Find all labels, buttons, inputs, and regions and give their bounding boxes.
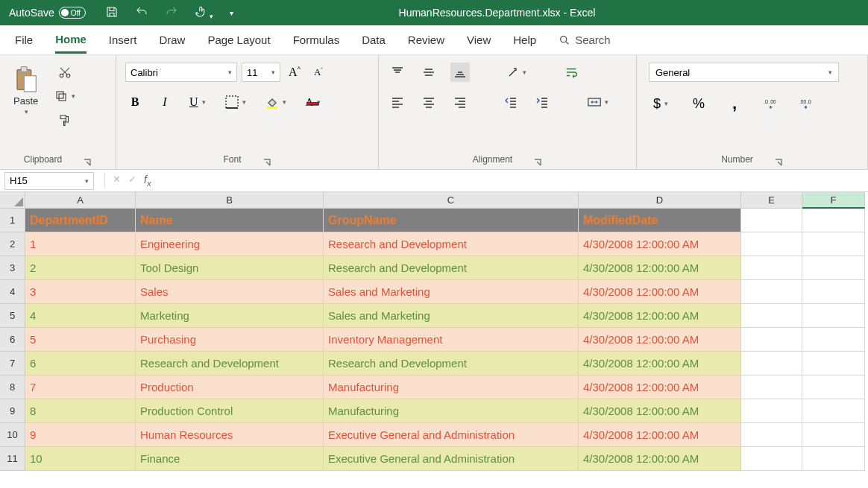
cell[interactable]: Sales and Marketing — [324, 304, 579, 328]
cell[interactable]: ModifiedDate — [579, 209, 741, 232]
number-format-combo[interactable]: General▾ — [649, 63, 839, 82]
cell[interactable] — [741, 328, 802, 352]
row-header[interactable]: 11 — [0, 447, 25, 471]
cell[interactable] — [741, 256, 802, 280]
clipboard-launcher[interactable] — [83, 155, 92, 164]
touch-mode-icon[interactable]: ▾ — [195, 5, 213, 21]
column-header[interactable]: E — [741, 192, 802, 209]
alignment-launcher[interactable] — [533, 155, 542, 164]
cell[interactable]: 4/30/2008 12:00:00 AM — [579, 399, 741, 423]
cell[interactable]: Finance — [136, 447, 324, 471]
cell[interactable]: Executive General and Administration — [324, 447, 579, 471]
italic-button[interactable]: I — [155, 92, 174, 112]
cell[interactable] — [741, 232, 802, 256]
cell[interactable]: Engineering — [136, 232, 324, 256]
autosave-toggle[interactable]: Off — [59, 7, 86, 19]
save-icon[interactable] — [105, 5, 119, 21]
cut-button[interactable] — [55, 63, 75, 82]
align-bottom-button[interactable] — [450, 63, 470, 82]
cell[interactable]: Production Control — [136, 399, 324, 423]
cell[interactable]: 4/30/2008 12:00:00 AM — [579, 232, 741, 256]
autosave-control[interactable]: AutoSave Off — [0, 7, 95, 19]
column-header[interactable]: D — [579, 192, 741, 209]
row-header[interactable]: 4 — [0, 280, 25, 304]
font-name-combo[interactable]: Calibri▾ — [125, 63, 237, 82]
accounting-format-button[interactable]: $▾ — [649, 94, 673, 113]
cancel-formula-icon[interactable]: ✕ — [113, 174, 121, 188]
cell[interactable]: Marketing — [136, 304, 324, 328]
cell[interactable]: 7 — [25, 375, 136, 399]
tab-home[interactable]: Home — [55, 27, 87, 54]
cell[interactable]: 10 — [25, 447, 136, 471]
cell[interactable]: Research and Development — [136, 352, 324, 375]
cell[interactable] — [802, 328, 865, 352]
cell[interactable]: 4/30/2008 12:00:00 AM — [579, 328, 741, 352]
cell[interactable] — [741, 423, 802, 447]
align-middle-button[interactable] — [419, 63, 438, 82]
tab-help[interactable]: Help — [513, 28, 536, 52]
cell[interactable]: Research and Development — [324, 352, 579, 375]
row-header[interactable]: 5 — [0, 304, 25, 328]
decrease-indent-button[interactable] — [501, 92, 521, 112]
column-header[interactable]: A — [25, 192, 136, 209]
cell[interactable] — [802, 232, 865, 256]
tab-data[interactable]: Data — [362, 28, 386, 52]
tab-review[interactable]: Review — [408, 28, 444, 52]
row-header[interactable]: 7 — [0, 352, 25, 375]
cell[interactable]: 6 — [25, 352, 136, 375]
cell[interactable]: 4/30/2008 12:00:00 AM — [579, 280, 741, 304]
row-header[interactable]: 10 — [0, 423, 25, 447]
fx-icon[interactable]: fx — [144, 174, 151, 188]
number-launcher[interactable] — [774, 155, 783, 164]
cell[interactable]: Purchasing — [136, 328, 324, 352]
align-top-button[interactable] — [388, 63, 407, 82]
cell[interactable]: 4/30/2008 12:00:00 AM — [579, 375, 741, 399]
cell[interactable] — [741, 399, 802, 423]
tab-insert[interactable]: Insert — [109, 28, 137, 52]
cell[interactable]: Inventory Management — [324, 328, 579, 352]
comma-format-button[interactable]: , — [725, 92, 744, 115]
cell[interactable] — [741, 375, 802, 399]
decrease-font-button[interactable]: Aˇ — [309, 63, 328, 82]
orientation-button[interactable]: ▾ — [501, 63, 531, 82]
undo-icon[interactable] — [135, 5, 148, 21]
redo-icon[interactable] — [165, 5, 178, 21]
cell[interactable]: Sales and Marketing — [324, 280, 579, 304]
cell[interactable] — [802, 352, 865, 375]
cell[interactable]: Executive General and Administration — [324, 423, 579, 447]
cell[interactable] — [802, 447, 865, 471]
cell[interactable] — [802, 375, 865, 399]
align-right-button[interactable] — [450, 92, 470, 112]
row-header[interactable]: 2 — [0, 232, 25, 256]
align-left-button[interactable] — [388, 92, 407, 112]
column-header[interactable]: B — [136, 192, 324, 209]
select-all-corner[interactable] — [0, 192, 25, 209]
cell[interactable]: 2 — [25, 256, 136, 280]
formula-input[interactable] — [162, 172, 868, 190]
cell[interactable]: 4/30/2008 12:00:00 AM — [579, 447, 741, 471]
cell[interactable]: 4/30/2008 12:00:00 AM — [579, 423, 741, 447]
tab-formulas[interactable]: Formulas — [293, 28, 340, 52]
increase-indent-button[interactable] — [532, 92, 552, 112]
row-header[interactable]: 1 — [0, 209, 25, 232]
tell-me-search[interactable]: Search — [559, 34, 611, 46]
decrease-decimal-button[interactable]: .00.0 — [796, 94, 816, 113]
tab-draw[interactable]: Draw — [159, 28, 185, 52]
cell[interactable] — [741, 280, 802, 304]
cell[interactable]: 8 — [25, 399, 136, 423]
cell[interactable]: 9 — [25, 423, 136, 447]
cell[interactable] — [802, 399, 865, 423]
worksheet-grid[interactable]: 1234567891011 ADepartmentID12345678910BN… — [0, 192, 868, 471]
cell[interactable]: Research and Development — [324, 256, 579, 280]
cell[interactable]: Manufacturing — [324, 399, 579, 423]
cell[interactable]: 1 — [25, 232, 136, 256]
row-header[interactable]: 3 — [0, 256, 25, 280]
row-header[interactable]: 8 — [0, 375, 25, 399]
cell[interactable] — [741, 352, 802, 375]
cell[interactable]: GroupName — [324, 209, 579, 232]
cell[interactable]: Research and Development — [324, 232, 579, 256]
cell[interactable]: DepartmentID — [25, 209, 136, 232]
cell[interactable]: Manufacturing — [324, 375, 579, 399]
increase-font-button[interactable]: A^ — [285, 63, 304, 82]
cell[interactable]: 5 — [25, 328, 136, 352]
